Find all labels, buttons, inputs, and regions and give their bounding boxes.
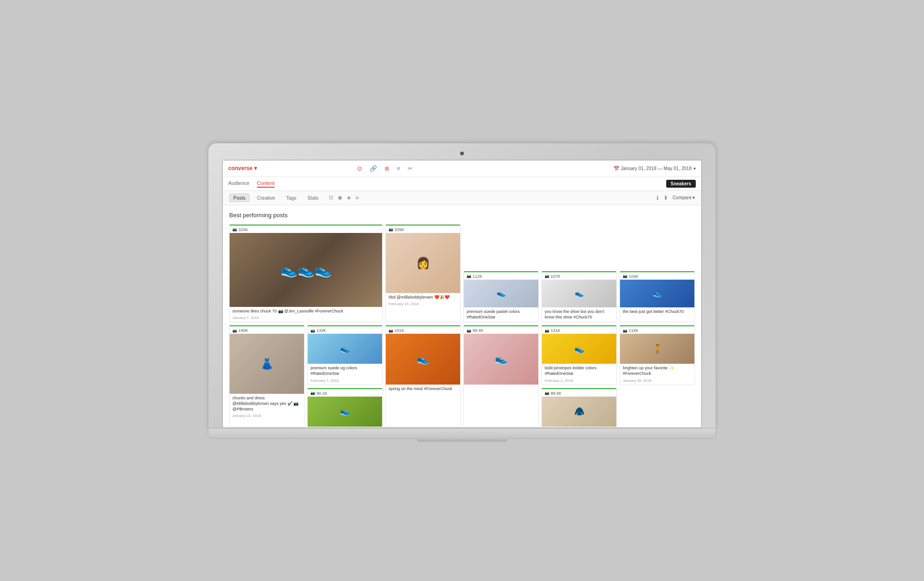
date-range[interactable]: 📅 January 01, 2018 — May 01, 2018 ▾ (614, 166, 696, 171)
post-text-3: chucks and dress @Milliebobbybrown says … (230, 394, 304, 414)
mic-icon[interactable]: ⊎ (355, 195, 359, 201)
stat-icon-11: 📷 (623, 274, 627, 278)
stat-value-2: 209K (395, 227, 404, 232)
post-stat-11: 📷 104K (620, 272, 694, 280)
post-date-6: January 28, 2018 (620, 379, 694, 385)
brand[interactable]: converse ▾ (228, 165, 257, 171)
date-range-text: January 01, 2018 — May 01, 2018 (621, 166, 692, 171)
post-text-7: spring on the mind #ForeverChuck (386, 385, 460, 394)
post-stat-8: 📷 98.4K (464, 326, 538, 334)
tab-stats[interactable]: Stats (304, 194, 322, 202)
post-stat-10: 📷 107K (542, 272, 616, 280)
post-image-10: 👟 (542, 280, 616, 307)
post-card-3[interactable]: 📷 190K 👗 chucks and dress @Milliebobbybr… (229, 325, 304, 427)
sneakers-filter-btn[interactable]: Sneakers (666, 180, 696, 188)
post-image-8: 👟 (464, 334, 538, 385)
download-icon[interactable]: ⬇ (663, 195, 668, 201)
post-card-1[interactable]: 📷 325K 👟👟👟 someone likes chuck 70 📷 @Jim… (229, 224, 383, 323)
calendar-icon: 📅 (614, 166, 619, 171)
post-image-1: 👟👟👟 (230, 233, 382, 307)
sub-nav: Audience Content Sneakers (223, 177, 701, 191)
post-image-5: 👟 (542, 334, 616, 364)
stat-icon-4: 📷 (310, 329, 315, 333)
stat-icon-2: 📷 (389, 227, 393, 232)
post-card-13[interactable]: 📷 88.6K 🧥 (541, 388, 617, 427)
post-stat-2: 📷 209K (386, 226, 460, 233)
stat-icon-10: 📷 (545, 274, 549, 278)
compare-chevron: ▾ (693, 195, 695, 200)
tab-creative[interactable]: Creative (253, 194, 279, 202)
laptop-screen: converse ▾ ⊙ 🔗 ⊛ ≡ ✂ 📅 January 01, 2018 … (222, 160, 702, 428)
stat-value-3: 190K (238, 328, 248, 333)
eye-icon[interactable]: ◉ (338, 195, 342, 201)
post-card-9[interactable]: 📷 112K 👟 premium suede pastel colors #Ra… (463, 271, 539, 322)
stat-value-9: 112K (473, 274, 482, 279)
shoe-pile-art: 👟👟👟 (230, 233, 382, 307)
post-text-6: brighten up your favorite ✨ #ForeverChuc… (620, 364, 694, 378)
stat-value-12: 90.1K (316, 391, 328, 396)
nav-icons: ⊙ 🔗 ⊛ ≡ ✂ (357, 165, 413, 172)
post-text-5: bold pinstripes bolder colors #RatedOneS… (542, 364, 616, 378)
grid-icon[interactable]: ⊡ (329, 195, 333, 201)
stat-value-4: 133K (316, 328, 326, 333)
compare-button[interactable]: Compare ▾ (673, 195, 695, 200)
stat-icon-1: 📷 (232, 227, 237, 232)
at-icon[interactable]: ⊛ (384, 165, 389, 172)
link-icon[interactable]: 🔗 (370, 165, 377, 172)
post-card-10[interactable]: 📷 107K 👟 you know the shoe but you don't… (541, 271, 617, 322)
post-date-5: February 2, 2018 (542, 379, 616, 385)
brand-chevron: ▾ (254, 165, 257, 171)
instagram-icon[interactable]: ⊙ (357, 165, 362, 172)
post-image-13: 🧥 (542, 397, 616, 427)
post-card-12[interactable]: 📷 90.1K 👟 (307, 388, 383, 427)
app-container: converse ▾ ⊙ 🔗 ⊛ ≡ ✂ 📅 January 01, 2018 … (223, 160, 701, 428)
post-card-11[interactable]: 📷 104K 👟 the best just got better #Chuck… (620, 271, 695, 322)
content-tabs: Posts Creative Tags Stats ⊡ ◉ ◈ ⊎ ℹ ⬇ (223, 191, 701, 205)
post-card-5[interactable]: 📷 131K 👟 bold pinstripes bolder colors #… (541, 325, 617, 385)
tab-audience[interactable]: Audience (228, 179, 249, 188)
info-icon[interactable]: ℹ (657, 195, 659, 201)
post-card-4[interactable]: 📷 133K 👟 premium suede og colors #RatedO… (307, 325, 383, 385)
post-stat-6: 📷 116K (620, 326, 694, 334)
post-image-3: 👗 (230, 334, 304, 394)
post-image-12: 👟 (308, 397, 382, 427)
top-nav: converse ▾ ⊙ 🔗 ⊛ ≡ ✂ 📅 January 01, 2018 … (223, 160, 701, 177)
stat-value-11: 104K (629, 274, 638, 279)
stat-icon-9: 📷 (467, 274, 471, 278)
post-stat-9: 📷 112K (464, 272, 538, 280)
compare-label: Compare (673, 195, 692, 200)
post-date-2: February 19, 2018 (386, 302, 460, 308)
sub-nav-tabs: Audience Content (228, 179, 274, 188)
main-content: Best performing posts 📷 325K 👟👟👟 (223, 205, 701, 428)
laptop-camera (460, 152, 464, 155)
post-image-6: 🧍 (620, 334, 694, 364)
post-card-2[interactable]: 📷 209K 👩 hbd @milliebobbybrown ❤️🎉❤️ Feb… (385, 224, 461, 323)
post-card-8[interactable]: 📷 98.4K 👟 (463, 325, 539, 427)
post-image-7: 👟 (386, 334, 460, 385)
tab-content[interactable]: Content (257, 179, 275, 188)
laptop-base (208, 428, 716, 439)
wifi-icon[interactable]: ◈ (347, 195, 351, 201)
post-card-6[interactable]: 📷 116K 🧍 brighten up your favorite ✨ #Fo… (620, 325, 695, 385)
tab-icons: ⊡ ◉ ◈ ⊎ (329, 195, 359, 201)
post-date-3: January 22, 2018 (230, 414, 304, 420)
date-range-chevron: ▾ (693, 166, 696, 171)
posts-grid: 📷 325K 👟👟👟 someone likes chuck 70 📷 @Jim… (229, 224, 695, 427)
post-stat-3: 📷 190K (230, 326, 304, 334)
list-icon[interactable]: ≡ (397, 165, 401, 172)
post-card-7[interactable]: 📷 101K 👟 spring on the mind #ForeverChuc… (385, 325, 461, 427)
post-stat-12: 📷 90.1K (308, 389, 382, 397)
tools-icon[interactable]: ✂ (407, 165, 413, 172)
post-date-1: January 7, 2018 (230, 316, 382, 322)
post-stat-4: 📷 133K (308, 326, 382, 334)
tab-tags[interactable]: Tags (282, 194, 300, 202)
post-stat-1: 📷 325K (230, 226, 382, 233)
section-title: Best performing posts (229, 212, 695, 219)
stat-icon-7: 📷 (389, 329, 393, 333)
stat-icon-13: 📷 (545, 391, 549, 395)
laptop-lid: converse ▾ ⊙ 🔗 ⊛ ≡ ✂ 📅 January 01, 2018 … (208, 143, 716, 428)
tab-posts[interactable]: Posts (229, 194, 249, 202)
stat-icon-3: 📷 (232, 329, 237, 333)
post-text-11: the best just got better #Chuck70 (620, 307, 694, 317)
stat-value-5: 131K (551, 328, 560, 333)
